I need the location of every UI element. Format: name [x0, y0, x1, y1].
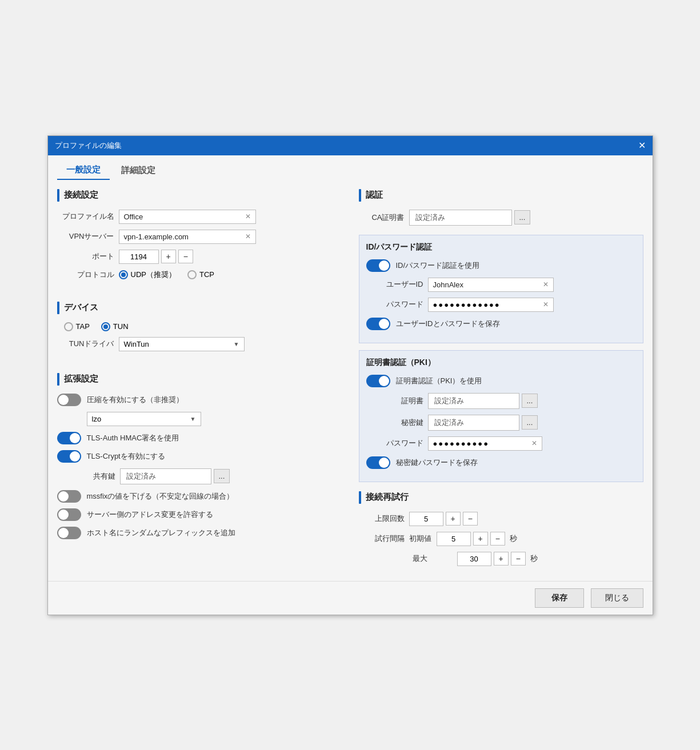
protocol-radio-group: UDP（推奨） TCP — [119, 270, 214, 280]
radio-tap[interactable]: TAP — [64, 322, 90, 331]
connection-section-title: 接続設定 — [64, 190, 98, 200]
radio-tun[interactable]: TUN — [101, 322, 129, 331]
vpn-server-row: VPNサーバー vpn-1.example.com ✕ — [57, 230, 342, 244]
pki-cert-browse-button[interactable]: ... — [522, 394, 538, 408]
id-password-toggle[interactable] — [366, 259, 390, 272]
shared-key-input-group: 設定済み ... — [120, 468, 230, 484]
tun-driver-row: TUNドライバ WinTun ▼ — [57, 337, 342, 351]
radio-tcp[interactable]: TCP — [187, 270, 214, 279]
profile-name-row: プロファイル名 Office ✕ — [57, 210, 342, 224]
user-id-clear-icon[interactable]: ✕ — [543, 280, 549, 288]
advanced-section-title: 拡張設定 — [64, 374, 98, 384]
port-decrement-button[interactable]: − — [178, 250, 193, 263]
profile-name-clear-icon[interactable]: ✕ — [245, 212, 251, 220]
profile-name-input[interactable]: Office ✕ — [119, 210, 256, 224]
max-interval-value: 30 — [470, 555, 478, 563]
main-content: 接続設定 プロファイル名 Office ✕ VPNサーバー vpn-1.exam… — [48, 180, 653, 581]
pki-password-row: パスワード ●●●●●●●●●● ✕ — [366, 436, 636, 451]
pki-private-key-browse-button[interactable]: ... — [522, 415, 538, 430]
compress-dropdown-row: lzo ▼ — [87, 412, 342, 426]
tls-auth-toggle-knob — [70, 433, 80, 443]
max-count-label: 上限回数 — [359, 514, 405, 524]
max-interval-input-group: 30 + − 秒 — [457, 552, 538, 566]
tls-crypt-toggle[interactable] — [57, 450, 81, 463]
compress-toggle-row: 圧縮を有効にする（非推奨） — [57, 394, 342, 406]
max-count-input[interactable]: 5 — [409, 512, 443, 526]
left-panel: 接続設定 プロファイル名 Office ✕ VPNサーバー vpn-1.exam… — [57, 189, 353, 572]
tap-tun-row: TAP TUN — [64, 322, 342, 331]
user-id-row: ユーザーID JohnAlex ✕ — [366, 278, 636, 292]
interval-label: 試行間隔 — [359, 534, 405, 544]
tap-tun-radio-group: TAP TUN — [64, 322, 129, 331]
id-password-toggle-row: ID/パスワード認証を使用 — [366, 259, 636, 272]
port-input[interactable]: 1194 — [119, 250, 159, 264]
auth-section-header: 認証 — [359, 189, 643, 202]
max-count-row: 上限回数 5 + − — [359, 512, 643, 526]
id-password-clear-icon[interactable]: ✕ — [543, 300, 549, 308]
initial-input-group: 5 + − 秒 — [437, 532, 517, 546]
initial-value-input[interactable]: 5 — [437, 532, 471, 546]
compress-dropdown[interactable]: lzo ▼ — [87, 412, 201, 426]
port-input-group: 1194 + − — [119, 250, 193, 264]
max-interval-label: 最大 — [359, 554, 427, 564]
advanced-section-header: 拡張設定 — [57, 373, 342, 386]
compress-toggle[interactable] — [57, 394, 81, 406]
id-password-section: ID/パスワード認証 ID/パスワード認証を使用 ユーザーID JohnAlex… — [359, 235, 643, 343]
close-window-button[interactable]: ✕ — [638, 141, 646, 150]
initial-decrement-button[interactable]: − — [490, 532, 505, 546]
tab-advanced[interactable]: 詳細設定 — [112, 161, 165, 180]
save-pki-password-toggle-label: 秘密鍵パスワードを保存 — [396, 458, 478, 468]
vpn-server-label: VPNサーバー — [57, 231, 114, 242]
tls-auth-toggle[interactable] — [57, 432, 81, 444]
shared-key-browse-button[interactable]: ... — [214, 469, 230, 483]
ca-cert-value: 設定済み — [415, 213, 445, 222]
id-password-input[interactable]: ●●●●●●●●●●●● ✕ — [428, 298, 554, 312]
pki-password-clear-icon[interactable]: ✕ — [531, 439, 537, 447]
save-id-password-toggle-label: ユーザーIDとパスワードを保存 — [396, 319, 500, 329]
max-interval-input[interactable]: 30 — [457, 552, 491, 566]
pki-toggle[interactable] — [366, 375, 390, 387]
radio-udp[interactable]: UDP（推奨） — [119, 270, 176, 280]
shared-key-input[interactable]: 設定済み — [120, 468, 211, 484]
tls-auth-toggle-row: TLS-Auth HMAC署名を使用 — [57, 432, 342, 444]
pki-section-title: 証明書認証（PKI） — [366, 358, 636, 368]
addr-change-toggle[interactable] — [57, 508, 81, 521]
retry-section: 接続再試行 上限回数 5 + − 試行間隔 初期値 — [359, 491, 643, 566]
ca-cert-input[interactable]: 設定済み — [409, 210, 512, 226]
user-id-input[interactable]: JohnAlex ✕ — [428, 278, 554, 292]
pki-cert-input[interactable]: 設定済み — [428, 393, 519, 409]
ca-cert-browse-button[interactable]: ... — [514, 210, 531, 224]
shared-key-row: 共有鍵 設定済み ... — [87, 468, 342, 484]
max-count-increment-button[interactable]: + — [446, 512, 461, 526]
auth-section-title: 認証 — [366, 190, 383, 200]
vpn-server-clear-icon[interactable]: ✕ — [245, 232, 251, 240]
interval-row: 試行間隔 初期値 5 + − 秒 — [359, 532, 643, 546]
right-panel: 認証 CA証明書 設定済み ... ID/パスワード認証 — [353, 189, 643, 572]
id-password-row: パスワード ●●●●●●●●●●●● ✕ — [366, 298, 636, 312]
max-count-decrement-button[interactable]: − — [463, 512, 478, 526]
pki-private-key-row: 秘密鍵 設定済み ... — [366, 415, 636, 431]
addr-change-toggle-knob — [58, 510, 69, 520]
save-button[interactable]: 保存 — [535, 588, 584, 608]
tab-general[interactable]: 一般設定 — [57, 161, 110, 180]
pki-cert-value: 設定済み — [434, 396, 464, 405]
addr-change-toggle-row: サーバー側のアドレス変更を許容する — [57, 508, 342, 521]
random-prefix-toggle[interactable] — [57, 527, 81, 539]
vpn-server-input[interactable]: vpn-1.example.com ✕ — [119, 230, 256, 244]
tun-driver-dropdown[interactable]: WinTun ▼ — [119, 337, 245, 351]
max-interval-increment-button[interactable]: + — [494, 552, 509, 565]
max-interval-decrement-button[interactable]: − — [511, 552, 526, 565]
radio-tcp-label: TCP — [199, 270, 214, 279]
save-pki-password-toggle[interactable] — [366, 456, 390, 469]
port-increment-button[interactable]: + — [161, 250, 176, 263]
mssfix-toggle[interactable] — [57, 490, 81, 503]
save-id-password-toggle[interactable] — [366, 318, 390, 330]
profile-name-label: プロファイル名 — [57, 211, 114, 222]
pki-private-key-input[interactable]: 設定済み — [428, 415, 519, 431]
pki-password-input[interactable]: ●●●●●●●●●● ✕ — [428, 436, 542, 451]
tabs-bar: 一般設定 詳細設定 — [48, 155, 653, 180]
id-password-toggle-knob — [379, 260, 389, 271]
initial-increment-button[interactable]: + — [473, 532, 488, 546]
close-button[interactable]: 閉じる — [591, 588, 643, 608]
save-pki-password-toggle-knob — [379, 458, 389, 468]
